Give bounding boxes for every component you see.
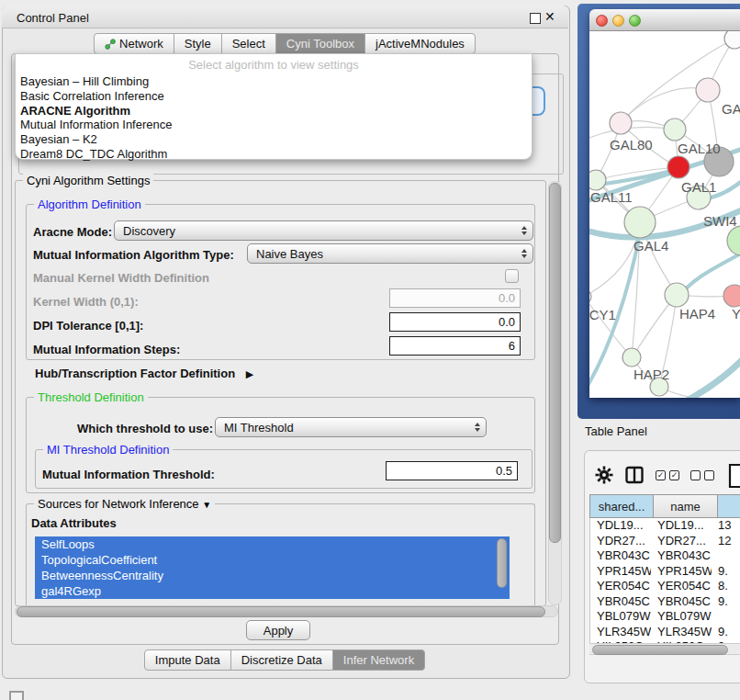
mi-steps-input[interactable]: 6	[389, 336, 521, 356]
node-label: GAL11	[590, 189, 633, 205]
node[interactable]	[727, 226, 740, 255]
column-header-name[interactable]: name	[654, 494, 718, 518]
node-salmon[interactable]	[723, 285, 740, 307]
algorithm-option[interactable]: Bayesian – K2	[16, 132, 532, 147]
column-header-cut[interactable]	[718, 494, 740, 518]
tab-jactivemnodules[interactable]: jActiveMNodules	[364, 33, 476, 54]
tab-impute-data[interactable]: Impute Data	[144, 649, 231, 671]
mi-steps-label: Mutual Information Steps:	[33, 343, 180, 356]
algorithm-definition-title: Algorithm Definition	[34, 198, 145, 211]
node[interactable]	[724, 31, 740, 49]
which-threshold-combo[interactable]: MI Threshold	[215, 417, 487, 437]
attributes-scrollbar-thumb[interactable]	[497, 538, 507, 588]
node-label: SWI4	[703, 213, 737, 229]
node-gcy1[interactable]	[589, 289, 591, 304]
attribute-item[interactable]: BetweennessCentrality	[35, 568, 510, 583]
node-label: GAL	[722, 101, 740, 117]
network-icon	[105, 39, 116, 50]
float-window-icon[interactable]	[530, 13, 541, 24]
kernel-width-input[interactable]: 0.0	[389, 288, 521, 308]
tab-cyni-toolbox-label: Cyni Toolbox	[286, 34, 354, 53]
aracne-mode-combo[interactable]: Discovery	[114, 220, 533, 241]
algorithm-dropdown-list: Select algorithm to view settings Bayesi…	[15, 53, 533, 160]
attribute-item[interactable]: TopologicalCoefficient	[35, 552, 510, 568]
hub-definition-label: Hub/Transcription Factor Definition	[35, 367, 235, 380]
close-icon[interactable]: ✕	[544, 9, 555, 24]
tab-discretize-data[interactable]: Discretize Data	[230, 649, 333, 671]
node-gal4[interactable]	[624, 207, 656, 238]
node-gal11[interactable]	[589, 170, 606, 190]
which-threshold-label: Which threshold to use:	[77, 422, 213, 435]
algorithm-option[interactable]: Dream8 DC_TDC Algorithm	[16, 147, 532, 162]
tab-infer-network[interactable]: Infer Network	[332, 649, 425, 671]
dock-panel-icon[interactable]	[9, 691, 24, 700]
table-row[interactable]: YLR345WYLR345W9.	[590, 625, 740, 640]
algorithm-option[interactable]: Bayesian – Hill Climbing	[16, 74, 532, 89]
node-label: GAL4	[633, 238, 668, 254]
mi-threshold-group-title: MI Threshold Definition	[43, 443, 173, 457]
export-table-icon[interactable]	[728, 463, 740, 489]
dpi-tolerance-input[interactable]: 0.0	[389, 312, 521, 332]
table-hscrollbar-thumb[interactable]	[592, 645, 728, 655]
zoom-traffic-light-icon[interactable]	[629, 15, 641, 27]
hub-definition-expander[interactable]: Hub/Transcription Factor Definition ▶	[35, 367, 253, 380]
node-label: Y	[732, 306, 740, 322]
table-row[interactable]: YBR043CYBR043C	[590, 548, 740, 564]
settings-hscrollbar-thumb[interactable]	[17, 606, 545, 617]
minimize-traffic-light-icon[interactable]	[612, 15, 624, 27]
tab-cyni-toolbox[interactable]: Cyni Toolbox	[275, 33, 365, 54]
algorithm-option[interactable]: Mutual Information Inference	[16, 118, 532, 132]
hide-columns-icon[interactable]: ..	[690, 470, 714, 480]
settings-scrollbar-thumb[interactable]	[549, 183, 561, 543]
table-panel-title: Table Panel	[585, 424, 647, 438]
threshold-definition-title: Threshold Definition	[34, 390, 148, 404]
table-row[interactable]: YDR27...YDR27...12	[590, 534, 740, 549]
show-columns-icon[interactable]: ✓✓	[656, 470, 679, 480]
aracne-mode-value: Discovery	[115, 224, 516, 238]
node-hap2[interactable]	[622, 348, 641, 367]
column-view-icon[interactable]	[625, 466, 644, 484]
screen: { "colors": { "selection_blue": "#3d77d3…	[0, 0, 740, 700]
table-row[interactable]: YDL19...YDL19...13	[590, 518, 740, 534]
network-labels: GAL GAL80 GAL10 GAL1 GAL11 SWI4 GAL4 GCY…	[589, 101, 740, 382]
column-header-shared-name[interactable]: shared...	[589, 494, 654, 518]
mi-type-value: Naive Bayes	[248, 247, 516, 261]
tab-discretize-data-label: Discretize Data	[241, 650, 322, 670]
table-row[interactable]: YBR045CYBR045C9.	[590, 594, 740, 610]
tab-impute-data-label: Impute Data	[155, 650, 220, 670]
node[interactable]	[610, 112, 632, 134]
manual-kernel-checkbox[interactable]	[505, 269, 519, 283]
apply-button[interactable]: Apply	[246, 620, 310, 640]
attribute-item[interactable]: gal4RGexp	[35, 583, 510, 599]
dpi-tolerance-label: DPI Tolerance [0,1]:	[33, 319, 143, 333]
sources-group-title[interactable]: Sources for Network Inference ▼	[34, 497, 215, 511]
data-attributes-list: SelfLoops TopologicalCoefficient Between…	[35, 536, 510, 601]
tab-style-label: Style	[185, 34, 211, 53]
algorithm-option-selected[interactable]: ARACNE Algorithm	[16, 104, 532, 119]
node-label: GAL10	[678, 141, 721, 156]
tab-select[interactable]: Select	[221, 33, 276, 54]
table-row[interactable]: YBL079WYBL079W	[590, 609, 740, 625]
bottom-tab-row: Impute Data Discretize Data Infer Networ…	[2, 649, 568, 671]
table-row[interactable]: YER054CYER054C8.	[590, 579, 740, 594]
attribute-item[interactable]: SelfLoops	[35, 536, 510, 552]
table-row[interactable]: YPR145WYPR145W9.	[590, 564, 740, 580]
node-red[interactable]	[667, 156, 690, 178]
tab-jactivemnodules-label: jActiveMNodules	[376, 34, 465, 53]
node-hap4[interactable]	[665, 283, 689, 307]
table-body: YDL19...YDL19...13 YDR27...YDR27...12 YB…	[589, 518, 740, 644]
tab-network[interactable]: Network	[94, 33, 174, 54]
mi-type-combo[interactable]: Naive Bayes	[247, 243, 533, 264]
node-label: GAL80	[610, 137, 653, 152]
gear-icon[interactable]	[595, 466, 613, 484]
close-traffic-light-icon[interactable]	[596, 15, 608, 27]
which-threshold-value: MI Threshold	[216, 421, 469, 435]
tab-style[interactable]: Style	[174, 33, 222, 54]
mi-threshold-input[interactable]: 0.5	[386, 461, 518, 480]
node-gal10[interactable]	[664, 119, 686, 141]
algorithm-option[interactable]: Basic Correlation Inference	[16, 89, 532, 104]
tab-select-label: Select	[232, 34, 265, 53]
settings-group-title: Cyni Algorithm Settings	[23, 174, 153, 187]
network-canvas[interactable]: GAL GAL80 GAL10 GAL1 GAL11 SWI4 GAL4 GCY…	[589, 31, 740, 398]
node[interactable]	[696, 78, 720, 102]
